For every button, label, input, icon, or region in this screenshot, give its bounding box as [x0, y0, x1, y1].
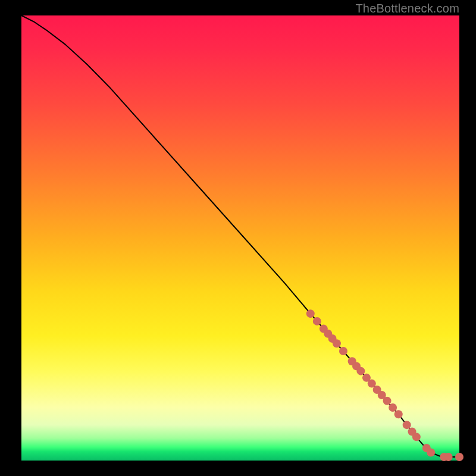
- plot-area: [21, 15, 459, 461]
- chart-frame: TheBottleneck.com: [0, 0, 476, 476]
- watermark-label: TheBottleneck.com: [355, 2, 459, 15]
